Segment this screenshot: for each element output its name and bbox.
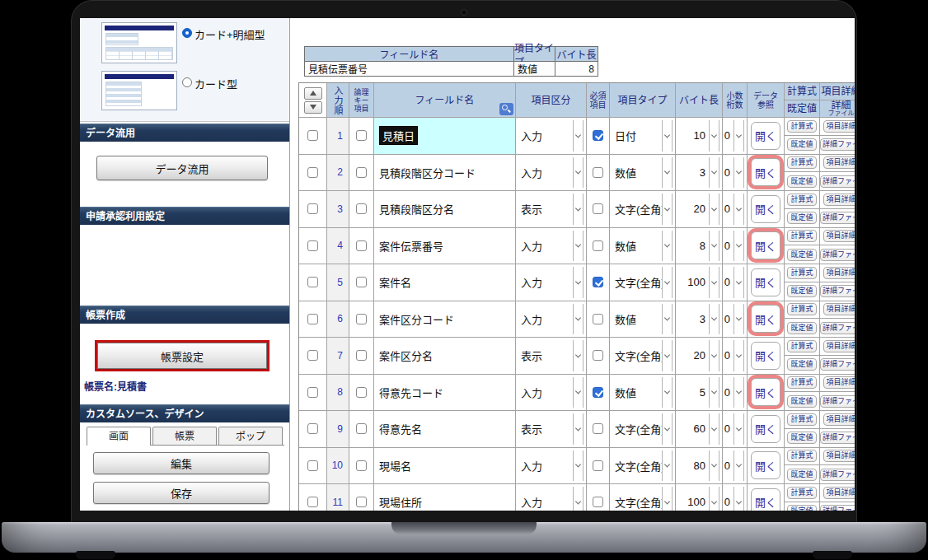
chevron-down-icon[interactable]	[733, 120, 744, 152]
default-value-button[interactable]: 既定値	[787, 432, 817, 444]
chevron-down-icon[interactable]	[573, 304, 584, 335]
item-detail-button[interactable]: 項目詳細	[823, 340, 855, 352]
row-select-checkbox[interactable]	[307, 167, 318, 178]
logical-key-checkbox[interactable]	[356, 240, 367, 251]
field-name-input[interactable]: 案件区分コード	[379, 311, 454, 327]
byte-length-select[interactable]: 5	[676, 375, 722, 411]
default-value-button[interactable]: 既定値	[787, 249, 817, 261]
item-category-select[interactable]: 入力	[516, 484, 586, 511]
chevron-down-icon[interactable]	[733, 340, 744, 371]
data-ref-open-button[interactable]: 開く	[751, 231, 780, 259]
required-checkbox[interactable]	[593, 460, 603, 471]
chevron-down-icon[interactable]	[662, 450, 673, 482]
chevron-down-icon[interactable]	[709, 340, 719, 371]
default-value-button[interactable]: 既定値	[787, 322, 817, 334]
row-select-checkbox[interactable]	[307, 277, 318, 287]
logical-key-checkbox[interactable]	[356, 277, 367, 287]
item-type-select[interactable]: 文字(全角)	[610, 448, 675, 484]
chevron-down-icon[interactable]	[709, 377, 719, 408]
field-name-input[interactable]: 現場名	[379, 458, 411, 474]
default-value-button[interactable]: 既定値	[787, 138, 817, 151]
row-select-checkbox[interactable]	[307, 240, 318, 251]
row-select-checkbox[interactable]	[307, 497, 318, 507]
required-checkbox[interactable]	[593, 167, 603, 178]
chevron-down-icon[interactable]	[733, 487, 744, 511]
chevron-down-icon[interactable]	[709, 304, 719, 335]
chevron-down-icon[interactable]	[709, 450, 719, 482]
data-ref-open-button[interactable]: 開く	[751, 451, 780, 479]
default-value-button[interactable]: 既定値	[787, 212, 817, 224]
detail-file-button[interactable]: 詳細ファイル	[820, 358, 855, 371]
detail-file-button[interactable]: 詳細ファイル	[820, 505, 855, 511]
item-type-select[interactable]: 文字(全角)	[610, 191, 675, 227]
logical-key-checkbox[interactable]	[356, 387, 367, 398]
chevron-down-icon[interactable]	[662, 413, 673, 445]
chevron-down-icon[interactable]	[662, 120, 673, 152]
item-detail-button[interactable]: 項目詳細	[823, 413, 855, 426]
byte-length-select[interactable]: 8	[676, 228, 722, 264]
item-type-select[interactable]: 数値	[610, 228, 675, 264]
detail-file-button[interactable]: 詳細ファイル	[820, 175, 855, 188]
tab-pop[interactable]: ポップ	[218, 427, 283, 445]
calc-formula-button[interactable]: 計算式	[787, 194, 817, 206]
calc-formula-button[interactable]: 計算式	[787, 450, 817, 462]
chevron-down-icon[interactable]	[733, 194, 744, 225]
decimal-digits-select[interactable]: 0	[723, 301, 747, 338]
required-checkbox[interactable]	[593, 314, 603, 324]
logical-key-checkbox[interactable]	[356, 167, 367, 178]
chevron-down-icon[interactable]	[662, 304, 673, 335]
item-category-select[interactable]: 入力	[516, 155, 586, 191]
byte-length-select[interactable]: 100	[676, 264, 722, 301]
detail-file-button[interactable]: 詳細ファイル	[820, 249, 855, 261]
chevron-down-icon[interactable]	[662, 231, 673, 262]
decimal-digits-select[interactable]: 0	[723, 118, 747, 154]
data-ref-open-button[interactable]: 開く	[751, 268, 780, 296]
chevron-down-icon[interactable]	[573, 377, 584, 408]
logical-key-checkbox[interactable]	[356, 350, 367, 361]
item-category-select[interactable]: 入力	[516, 228, 586, 264]
required-checkbox[interactable]	[593, 387, 603, 398]
item-category-select[interactable]: 入力	[516, 118, 586, 154]
row-select-checkbox[interactable]	[307, 314, 318, 324]
calc-formula-button[interactable]: 計算式	[787, 413, 817, 426]
item-category-select[interactable]: 表示	[516, 338, 586, 374]
field-name-input[interactable]: 現場住所	[379, 494, 422, 510]
item-category-select[interactable]: 表示	[516, 411, 586, 447]
required-checkbox[interactable]	[593, 350, 603, 361]
item-category-select[interactable]: 入力	[516, 375, 586, 411]
required-checkbox[interactable]	[593, 130, 603, 141]
item-type-select[interactable]: 数値	[610, 301, 675, 338]
item-category-select[interactable]: 入力	[516, 264, 586, 301]
data-reuse-button[interactable]: データ流用	[96, 156, 268, 180]
edit-button[interactable]: 編集	[93, 452, 269, 474]
chevron-down-icon[interactable]	[733, 304, 744, 335]
chevron-down-icon[interactable]	[662, 377, 673, 408]
row-select-checkbox[interactable]	[307, 387, 318, 398]
byte-length-select[interactable]: 60	[676, 411, 722, 447]
data-ref-open-button[interactable]: 開く	[751, 122, 780, 150]
logical-key-checkbox[interactable]	[356, 314, 367, 324]
item-type-select[interactable]: 数値	[610, 375, 675, 411]
detail-file-button[interactable]: 詳細ファイル	[820, 138, 855, 151]
calc-formula-button[interactable]: 計算式	[787, 267, 817, 279]
item-detail-button[interactable]: 項目詳細	[823, 267, 855, 279]
required-checkbox[interactable]	[593, 423, 603, 434]
row-select-checkbox[interactable]	[307, 350, 318, 361]
byte-length-select[interactable]: 100	[676, 484, 722, 511]
chevron-down-icon[interactable]	[733, 377, 744, 408]
detail-file-button[interactable]: 詳細ファイル	[820, 432, 855, 444]
field-name-input[interactable]: 見積日	[379, 126, 418, 145]
calc-formula-button[interactable]: 計算式	[787, 303, 817, 315]
decimal-digits-select[interactable]: 0	[723, 191, 747, 227]
item-type-select[interactable]: 文字(全角)	[610, 411, 675, 447]
calc-formula-button[interactable]: 計算式	[787, 376, 817, 389]
chevron-down-icon[interactable]	[573, 267, 584, 298]
chevron-down-icon[interactable]	[709, 231, 719, 262]
decimal-digits-select[interactable]: 0	[723, 375, 747, 411]
byte-length-select[interactable]: 20	[676, 338, 722, 374]
chevron-down-icon[interactable]	[662, 194, 673, 225]
field-name-input[interactable]: 見積段階区分名	[379, 201, 454, 217]
chevron-down-icon[interactable]	[573, 157, 584, 189]
chevron-down-icon[interactable]	[733, 157, 744, 189]
item-type-select[interactable]: 文字(全角)	[610, 338, 675, 374]
